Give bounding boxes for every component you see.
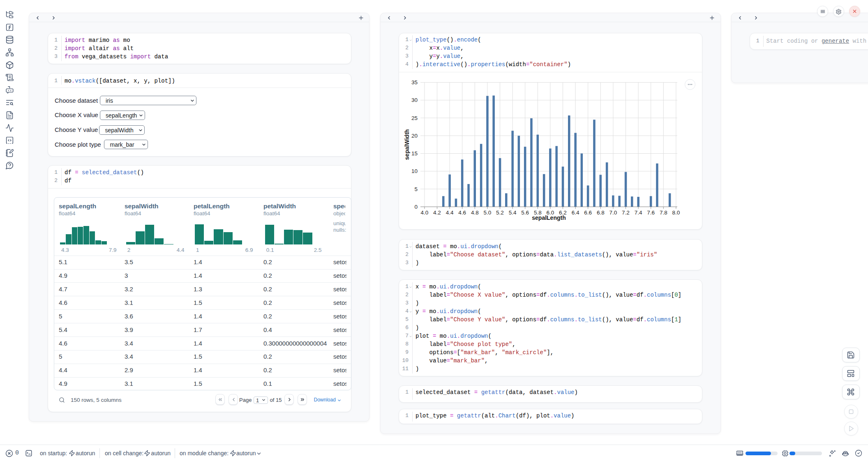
svg-text:4.4: 4.4 (446, 209, 454, 215)
svg-text:5.0: 5.0 (484, 209, 492, 215)
svg-text:8.0: 8.0 (672, 209, 680, 215)
svg-text:35: 35 (411, 79, 418, 85)
svg-text:4.8: 4.8 (471, 209, 479, 215)
svg-text:0: 0 (414, 203, 418, 210)
svg-text:4.2: 4.2 (433, 209, 441, 215)
svg-text:sepalLength: sepalLength (532, 214, 566, 221)
svg-text:5.6: 5.6 (521, 209, 529, 215)
svg-text:7.4: 7.4 (635, 209, 642, 215)
svg-text:4.0: 4.0 (421, 209, 429, 215)
svg-text:7.2: 7.2 (622, 209, 630, 215)
svg-text:5: 5 (414, 186, 418, 192)
svg-text:10: 10 (411, 168, 418, 174)
svg-text:sepalWidth: sepalWidth (404, 129, 410, 160)
svg-text:5.2: 5.2 (496, 209, 504, 215)
svg-text:6.4: 6.4 (572, 209, 579, 215)
svg-text:20: 20 (411, 132, 418, 138)
svg-text:6.6: 6.6 (584, 209, 592, 215)
svg-text:7.8: 7.8 (660, 209, 667, 215)
svg-text:15: 15 (411, 150, 418, 157)
svg-text:25: 25 (411, 115, 418, 121)
svg-text:6.8: 6.8 (597, 209, 605, 215)
svg-text:7.0: 7.0 (609, 209, 617, 215)
svg-text:7.6: 7.6 (647, 209, 655, 215)
svg-text:5.4: 5.4 (509, 209, 517, 215)
svg-text:30: 30 (411, 97, 418, 103)
svg-text:4.6: 4.6 (458, 209, 466, 215)
